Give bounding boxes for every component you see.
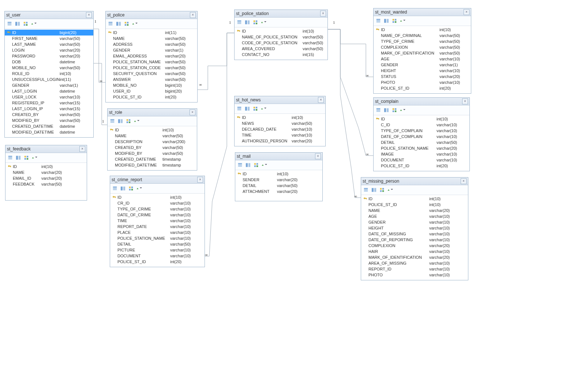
column-row[interactable]: REPORT_IDvarchar(10): [361, 266, 468, 272]
column-row[interactable]: REPORT_DATEvarchar(10): [110, 224, 205, 229]
column-row[interactable]: STATUSvarchar(20): [374, 74, 471, 79]
column-row[interactable]: HEIGHTvarchar(10): [361, 225, 468, 231]
table-header[interactable]: st_user×: [5, 11, 93, 19]
column-row[interactable]: TYPE_OF_CRIMEvarchar(10): [110, 206, 205, 212]
toolbar-view-icon[interactable]: [6, 20, 13, 27]
column-row[interactable]: TYPE_OF_COMPLAINvarchar(10): [374, 128, 469, 134]
column-row[interactable]: POLICE_STATION_CODEvarchar(50): [106, 65, 197, 71]
table-st_most_wanted[interactable]: st_most_wanted×IDint(10)NAME_OF_CRIMINAL…: [373, 8, 471, 94]
column-row[interactable]: POLICE_STATION_NAMEvarchar(20): [374, 145, 469, 151]
column-row[interactable]: DATE_OF_REPORTINGvarchar(10): [361, 237, 468, 243]
column-row[interactable]: NEWSvarchar(50): [235, 120, 325, 126]
toolbar-grid-icon[interactable]: [22, 20, 29, 27]
column-row[interactable]: FEEDBACKvarchar(50): [5, 181, 87, 187]
toolbar-menu-icon[interactable]: [399, 107, 406, 113]
column-row[interactable]: IMAGEvarchar(10): [374, 151, 469, 157]
column-row[interactable]: TYPE_OF_CRIMEvarchar(50): [374, 38, 471, 44]
column-row[interactable]: TIMEvarchar(10): [235, 132, 325, 138]
toolbar-columns-icon[interactable]: [120, 185, 126, 192]
column-row[interactable]: POLICE_STATION_NAMEvarchar(10): [110, 235, 205, 241]
column-row[interactable]: DOCUMENTvarchar(10): [374, 157, 469, 163]
table-st_hot_news[interactable]: st_hot_news×IDint(10)NEWSvarchar(50)DECL…: [234, 96, 326, 146]
column-row[interactable]: IDint(10): [235, 171, 322, 177]
close-icon[interactable]: ×: [464, 9, 469, 15]
column-row[interactable]: LOGINvarchar(20): [5, 47, 93, 53]
toolbar-columns-icon[interactable]: [117, 118, 124, 124]
column-row[interactable]: DATE_OF_MISSINGvarchar(10): [361, 231, 468, 237]
toolbar-view-icon[interactable]: [237, 162, 243, 168]
column-row[interactable]: DESCRIPTIONvarchar(200): [108, 139, 197, 145]
column-row[interactable]: GENDERvarchar(1): [5, 82, 93, 88]
column-row[interactable]: POLICE_ST_IDint(20): [374, 163, 469, 169]
toolbar-grid-icon[interactable]: [252, 105, 259, 112]
column-row[interactable]: IDbigint(20): [5, 30, 93, 36]
toolbar-view-icon[interactable]: [375, 18, 382, 24]
column-row[interactable]: IDint(10): [5, 164, 87, 169]
column-row[interactable]: DATE_OF_COMPLAINvarchar(10): [374, 134, 469, 139]
column-row[interactable]: IDint(10): [235, 115, 325, 120]
toolbar-grid-icon[interactable]: [391, 18, 398, 24]
toolbar-menu-icon[interactable]: [31, 154, 38, 161]
close-icon[interactable]: ×: [462, 98, 468, 104]
table-st_crime_report[interactable]: st_crime_report×IDint(10)CR_IDvarchar(10…: [110, 176, 205, 267]
column-row[interactable]: NAMEvarchar(20): [5, 169, 87, 175]
column-row[interactable]: IDint(10): [374, 116, 469, 122]
toolbar-menu-icon[interactable]: [136, 185, 142, 192]
toolbar-columns-icon[interactable]: [371, 187, 377, 193]
table-st_police[interactable]: st_police×IDint(11)NAMEvarchar(50)ADDRES…: [105, 11, 198, 102]
column-row[interactable]: DETAILvarchar(50): [374, 139, 469, 145]
column-row[interactable]: POLICE_ST_IDint(20): [110, 259, 205, 265]
column-row[interactable]: CR_IDvarchar(10): [110, 200, 205, 206]
column-row[interactable]: ADDRESSvarchar(50): [106, 41, 197, 47]
column-row[interactable]: PICTUREvarchar(10): [110, 247, 205, 253]
column-row[interactable]: AGEvarchar(10): [374, 56, 471, 62]
table-header[interactable]: st_complain×: [374, 98, 469, 105]
column-row[interactable]: NAMEvarchar(50): [108, 133, 197, 139]
table-header[interactable]: st_missing_person×: [361, 178, 468, 185]
column-row[interactable]: DETAILvarchar(50): [110, 241, 205, 247]
column-row[interactable]: GENDERvarchar(1): [374, 62, 471, 68]
toolbar-grid-icon[interactable]: [125, 118, 132, 124]
close-icon[interactable]: ×: [86, 12, 92, 18]
close-icon[interactable]: ×: [190, 12, 196, 18]
column-row[interactable]: LAST_LOGINdatetime: [5, 88, 93, 94]
column-row[interactable]: LAST_LOGIN_IPvarchar(15): [5, 106, 93, 112]
column-row[interactable]: CODE_OF_POLICE_STATIONvarchar(50): [235, 40, 327, 46]
column-row[interactable]: MARK_OF_IDENTIFICATIONvarchar(20): [361, 254, 468, 260]
toolbar-columns-icon[interactable]: [244, 19, 251, 26]
table-header[interactable]: st_crime_report×: [110, 176, 205, 184]
toolbar-menu-icon[interactable]: [387, 187, 393, 193]
column-row[interactable]: NAMEvarchar(50): [106, 36, 197, 41]
column-row[interactable]: CREATED_BYvarchar(50): [5, 112, 93, 117]
close-icon[interactable]: ×: [315, 153, 321, 159]
column-row[interactable]: USER_LOCKvarchar(10): [5, 94, 93, 100]
column-row[interactable]: AREA_COVEREDvarchar(50): [235, 46, 327, 52]
table-header[interactable]: st_mail×: [235, 153, 322, 160]
column-row[interactable]: MOBILE_NObigint(10): [106, 82, 197, 88]
table-header[interactable]: st_police_station×: [235, 10, 327, 18]
column-row[interactable]: AGEvarchar(10): [361, 213, 468, 219]
column-row[interactable]: LAST_NAMEvarchar(50): [5, 41, 93, 47]
column-row[interactable]: ATTACHMENTvarchar(20): [235, 188, 322, 194]
table-st_police_station[interactable]: st_police_station×IDint(10)NAME_OF_POLIC…: [234, 10, 328, 60]
column-row[interactable]: POLICE_ST_IDint(20): [374, 85, 471, 91]
close-icon[interactable]: ×: [79, 146, 85, 152]
toolbar-grid-icon[interactable]: [23, 154, 30, 161]
column-row[interactable]: COMPLEXIONvarchar(20): [361, 243, 468, 249]
column-row[interactable]: POLICE_STATION_NAMEvarchar(50): [106, 59, 197, 65]
column-row[interactable]: DOBdatetime: [5, 59, 93, 65]
column-row[interactable]: PASSWORDvarchar(20): [5, 53, 93, 59]
toolbar-columns-icon[interactable]: [115, 20, 122, 27]
toolbar-grid-icon[interactable]: [379, 187, 385, 193]
toolbar-view-icon[interactable]: [363, 187, 369, 193]
toolbar-view-icon[interactable]: [107, 20, 114, 27]
column-row[interactable]: IDint(10): [235, 28, 327, 34]
close-icon[interactable]: ×: [320, 11, 326, 16]
toolbar-grid-icon[interactable]: [391, 107, 398, 113]
column-row[interactable]: ROLE_IDint(10): [5, 71, 93, 76]
column-row[interactable]: NAME_OF_CRIMINALvarchar(50): [374, 33, 471, 38]
table-st_mail[interactable]: st_mail×IDint(10)SENDERvarchar(20)DETAIL…: [235, 152, 323, 201]
column-row[interactable]: FIRST_NAMEvarchar(50): [5, 36, 93, 41]
column-row[interactable]: C_IDvarchar(10): [374, 122, 469, 128]
column-row[interactable]: AUTHORIZED_PERSONvarchar(20): [235, 138, 325, 144]
